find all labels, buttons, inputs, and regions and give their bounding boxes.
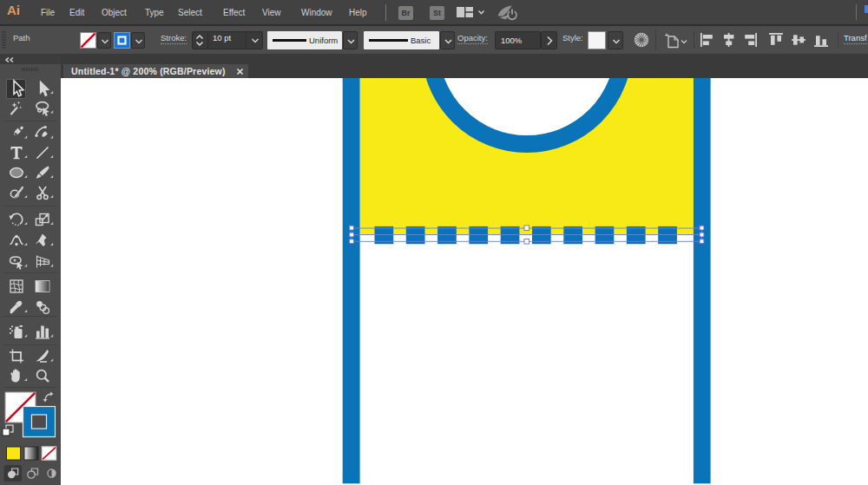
svg-text:Uniform: Uniform [309,36,338,45]
svg-text:Basic: Basic [411,36,431,45]
